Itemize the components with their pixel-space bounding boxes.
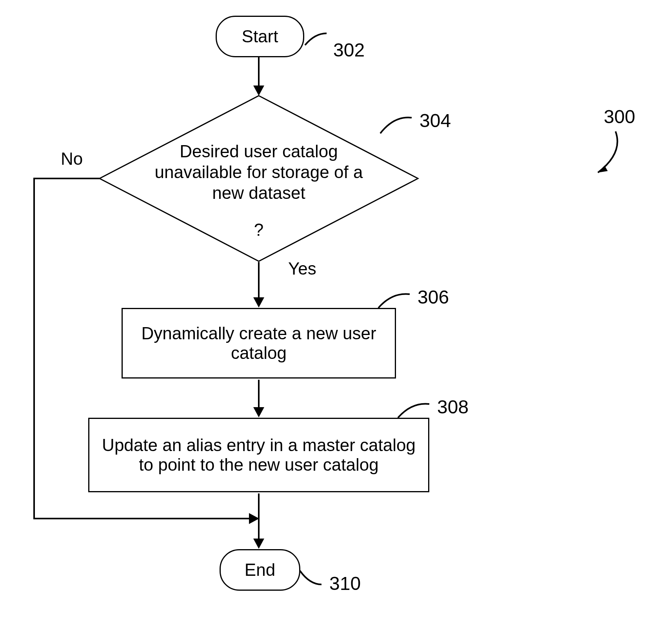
process1-text: Dynamically create a new user catalog xyxy=(127,324,391,363)
decision-ref: 304 xyxy=(420,110,451,131)
arrow-decision-process1-head xyxy=(253,297,264,308)
decision-ref-leader xyxy=(378,114,414,137)
yes-label: Yes xyxy=(288,259,316,278)
decision-question: ? xyxy=(253,220,265,240)
decision-text: Desired user catalog unavailable for sto… xyxy=(149,141,369,203)
decision-node: Desired user catalog unavailable for sto… xyxy=(98,94,420,263)
process1-ref-leader xyxy=(376,290,412,312)
no-path-head xyxy=(249,513,259,524)
figure-ref-leader xyxy=(588,129,631,180)
arrow-process1-process2 xyxy=(258,380,260,407)
figure-ref: 300 xyxy=(604,106,635,127)
no-label: No xyxy=(61,149,83,169)
start-label: Start xyxy=(242,27,278,46)
arrow-process1-process2-head xyxy=(253,407,264,417)
no-path-v xyxy=(33,178,35,519)
start-ref-leader xyxy=(303,31,331,51)
arrow-start-decision xyxy=(258,56,260,86)
end-label: End xyxy=(245,560,275,580)
no-path-h2 xyxy=(33,518,249,519)
process2-text: Update an alias entry in a master catalo… xyxy=(93,435,424,475)
arrow-decision-process1 xyxy=(258,262,260,297)
process2-ref: 308 xyxy=(437,396,469,418)
start-ref: 302 xyxy=(333,39,365,61)
process-create-catalog: Dynamically create a new user catalog xyxy=(122,308,396,379)
end-ref-leader xyxy=(298,569,325,588)
flowchart: 300 Start 302 Desired user catalog unava… xyxy=(0,0,672,617)
process-update-alias: Update an alias entry in a master catalo… xyxy=(88,418,429,492)
arrow-process2-end-head xyxy=(253,539,264,549)
process1-ref: 306 xyxy=(418,286,449,308)
no-path-h1 xyxy=(33,178,100,179)
process2-ref-leader xyxy=(396,400,431,422)
end-ref: 310 xyxy=(329,573,361,594)
svg-marker-0 xyxy=(598,166,608,173)
start-node: Start xyxy=(216,16,304,57)
end-node: End xyxy=(220,549,300,591)
